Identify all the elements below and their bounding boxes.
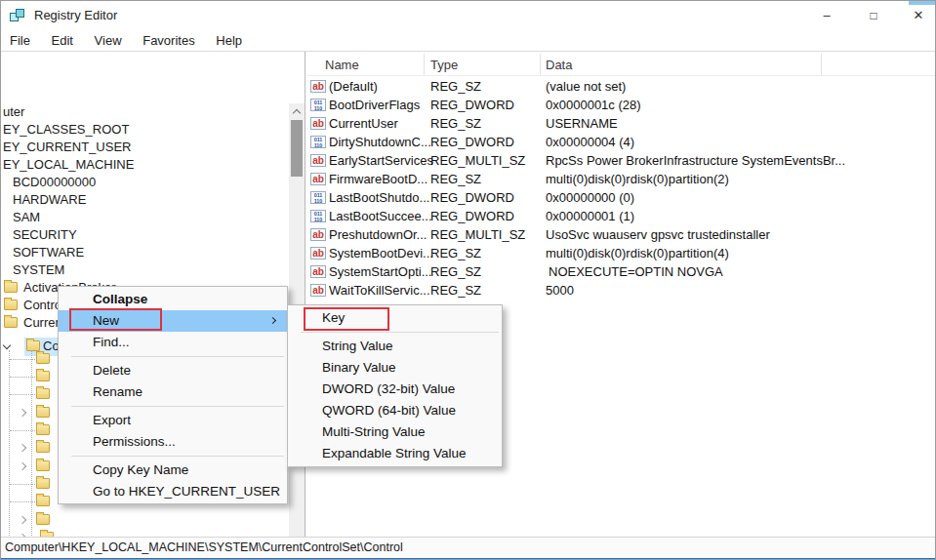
column-divider[interactable] xyxy=(821,54,822,76)
value-data: NOEXECUTE=OPTIN NOVGA xyxy=(549,262,723,281)
value-name: LastBootSuccee... xyxy=(329,207,432,225)
context-menu-goto-hkcu[interactable]: Go to HKEY_CURRENT_USER xyxy=(59,481,287,502)
context-menu-collapse[interactable]: Collapse xyxy=(59,289,287,310)
folder-icon xyxy=(36,496,50,506)
tree-item-hkey-classes-root[interactable]: EY_CLASSES_ROOT xyxy=(3,121,129,139)
close-button[interactable]: ✕ xyxy=(904,1,933,30)
tree-guide-line xyxy=(10,501,35,502)
tree-guide-line xyxy=(31,350,32,559)
folder-icon xyxy=(4,317,18,328)
dword-value-icon: 011110 xyxy=(310,99,326,111)
column-divider[interactable] xyxy=(424,54,425,76)
table-row[interactable]: ab CurrentUser REG_SZ USERNAME xyxy=(306,114,936,133)
scroll-up-icon[interactable] xyxy=(293,109,301,117)
string-value-icon: ab xyxy=(310,80,326,93)
chevron-right-icon[interactable] xyxy=(19,462,26,470)
table-row[interactable]: 011110 LastBootSuccee... REG_DWORD 0x000… xyxy=(306,207,936,225)
table-row[interactable]: ab SystemStartOpti... REG_SZ NOEXECUTE=O… xyxy=(306,262,936,281)
registry-editor-window: Registry Editor – □ ✕ File Edit View Fav… xyxy=(0,0,936,560)
value-type: REG_DWORD xyxy=(430,96,514,114)
icon-cube xyxy=(16,9,24,18)
chevron-down-icon[interactable] xyxy=(3,341,11,349)
folder-icon xyxy=(36,460,50,471)
value-data: 0x00000000 (0) xyxy=(546,188,634,207)
tree-item-system[interactable]: SYSTEM xyxy=(13,261,64,279)
chevron-right-icon[interactable] xyxy=(19,409,26,417)
window-title: Registry Editor xyxy=(34,8,117,22)
table-row[interactable]: ab WaitToKillServic... REG_SZ 5000 xyxy=(306,281,936,300)
folder-icon xyxy=(36,371,50,381)
tree-item-software[interactable]: SOFTWARE xyxy=(13,244,84,261)
menu-view[interactable]: View xyxy=(86,30,131,48)
menu-separator xyxy=(71,356,284,357)
table-row[interactable]: 011110 DirtyShutdownC... REG_DWORD 0x000… xyxy=(306,133,936,151)
table-row[interactable]: ab FirmwareBootD... REG_SZ multi(0)disk(… xyxy=(306,170,936,188)
string-value-icon: ab xyxy=(310,247,326,260)
maximize-button[interactable]: □ xyxy=(859,1,888,30)
tree-guide-line xyxy=(10,377,35,378)
folder-icon xyxy=(36,442,50,453)
menu-help[interactable]: Help xyxy=(207,30,251,48)
value-type: REG_MULTI_SZ xyxy=(430,225,525,244)
status-path: Computer\HKEY_LOCAL_MACHINE\SYSTEM\Curre… xyxy=(5,540,403,554)
table-row[interactable]: 011110 BootDriverFlags REG_DWORD 0x00000… xyxy=(306,96,936,114)
column-header-type[interactable]: Type xyxy=(430,55,458,76)
icon-glyph: 110 xyxy=(312,198,325,203)
table-row[interactable]: 011110 LastBootShutdo... REG_DWORD 0x000… xyxy=(306,188,936,207)
chevron-right-icon[interactable] xyxy=(19,516,26,524)
icon-glyph: 110 xyxy=(312,105,325,110)
desktop-artifact xyxy=(909,1,936,5)
value-data: 0x0000001c (28) xyxy=(546,96,641,114)
column-header-name[interactable]: Name xyxy=(325,55,359,76)
context-menu-export[interactable]: Export xyxy=(59,410,287,431)
table-row[interactable]: ab EarlyStartServices REG_MULTI_SZ RpcSs… xyxy=(306,151,936,170)
context-menu-permissions[interactable]: Permissions... xyxy=(59,431,287,453)
string-value-icon: ab xyxy=(310,154,326,167)
icon-glyph: 011 xyxy=(312,211,325,216)
tree-item-computer[interactable]: uter xyxy=(3,103,24,121)
context-menu-rename[interactable]: Rename xyxy=(59,381,287,403)
value-data: 0x00000004 (4) xyxy=(546,133,634,151)
minimize-button[interactable]: – xyxy=(812,1,841,30)
tree-item-security[interactable]: SECURITY xyxy=(13,226,77,244)
table-row[interactable]: ab SystemBootDevi... REG_SZ multi(0)disk… xyxy=(306,244,936,262)
submenu-string-value[interactable]: String Value xyxy=(288,336,502,357)
tree-item-hkey-current-user[interactable]: EY_CURRENT_USER xyxy=(3,139,131,156)
context-menu-find[interactable]: Find... xyxy=(59,332,287,353)
value-data: RpcSs Power BrokerInfrastructure SystemE… xyxy=(546,151,845,170)
submenu-binary-value[interactable]: Binary Value xyxy=(288,357,502,379)
tree-item-sam[interactable]: SAM xyxy=(13,209,40,226)
status-bar: Computer\HKEY_LOCAL_MACHINE\SYSTEM\Curre… xyxy=(1,537,936,558)
value-name: DirtyShutdownC... xyxy=(329,133,431,151)
tree-item-bcd[interactable]: BCD00000000 xyxy=(13,174,96,191)
value-name: LastBootShutdo... xyxy=(329,188,429,207)
value-type: REG_DWORD xyxy=(430,188,514,207)
value-type: REG_MULTI_SZ xyxy=(430,151,525,170)
icon-glyph: 110 xyxy=(312,217,325,221)
menu-separator xyxy=(71,406,284,407)
header-underline xyxy=(306,75,936,76)
value-name: SystemBootDevi... xyxy=(329,244,433,262)
column-divider[interactable] xyxy=(540,54,541,76)
submenu-qword-value[interactable]: QWORD (64-bit) Value xyxy=(288,400,502,421)
tree-item-hardware[interactable]: HARDWARE xyxy=(13,191,86,209)
context-menu-delete[interactable]: Delete xyxy=(59,360,287,381)
icon-glyph: 110 xyxy=(312,142,325,147)
value-data: (value not set) xyxy=(546,77,626,96)
menu-favorites[interactable]: Favorites xyxy=(134,30,203,48)
chevron-right-icon[interactable] xyxy=(19,444,26,452)
submenu-dword-value[interactable]: DWORD (32-bit) Value xyxy=(288,379,502,400)
string-value-icon: ab xyxy=(310,173,326,185)
submenu-multi-string-value[interactable]: Multi-String Value xyxy=(288,421,502,443)
table-row[interactable]: ab (Default) REG_SZ (value not set) xyxy=(306,77,936,96)
string-value-icon: ab xyxy=(310,228,326,241)
value-data: multi(0)disk(0)rdisk(0)partition(2) xyxy=(546,170,729,188)
column-header-data[interactable]: Data xyxy=(546,55,572,76)
tree-item-hkey-local-machine[interactable]: EY_LOCAL_MACHINE xyxy=(3,156,134,174)
submenu-expandable-string-value[interactable]: Expandable String Value xyxy=(288,443,502,464)
menu-edit[interactable]: Edit xyxy=(43,30,82,48)
context-menu-copy-key-name[interactable]: Copy Key Name xyxy=(59,460,287,481)
scrollbar-thumb[interactable] xyxy=(291,120,303,177)
menu-file[interactable]: File xyxy=(1,30,39,48)
table-row[interactable]: ab PreshutdownOr... REG_MULTI_SZ UsoSvc … xyxy=(306,225,936,244)
